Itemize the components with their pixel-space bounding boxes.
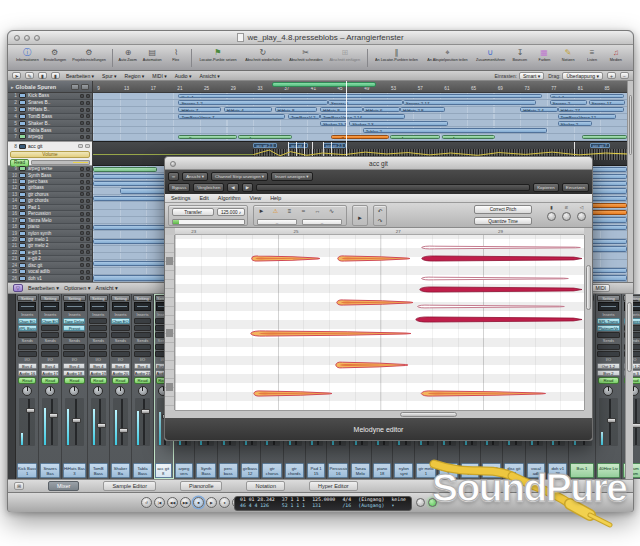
mute-button[interactable] <box>78 144 83 148</box>
note-blob-filled[interactable] <box>420 254 584 263</box>
global-tracks-header[interactable]: ▸Globale Spuren <box>8 81 92 93</box>
pencil-icon[interactable]: ✎ <box>25 72 34 79</box>
cycle-region[interactable] <box>272 82 376 87</box>
region-tombassv-2[interactable]: TomBassV 2 <box>288 114 320 119</box>
solo-button[interactable] <box>86 192 90 196</box>
midi-out-icon[interactable]: ▮ <box>51 72 60 79</box>
fader-cap[interactable] <box>607 418 616 423</box>
insert-slot-presst[interactable]: Presst <box>63 325 85 331</box>
global-tracks-button[interactable] <box>81 84 89 90</box>
eq-thumbnail[interactable] <box>134 302 151 311</box>
solo-button[interactable] <box>85 144 90 148</box>
note-blob-orange[interactable] <box>251 254 321 263</box>
prev-preset-icon[interactable]: ◀ <box>227 183 238 192</box>
toolbar-informationen[interactable]: ⓘInformationen <box>13 46 41 70</box>
insert-slot[interactable] <box>89 325 107 331</box>
solo-button[interactable] <box>86 94 90 98</box>
region-hihats-2-4[interactable]: HiHats 2.4 <box>520 107 557 112</box>
metronome-button[interactable] <box>416 498 425 507</box>
tab-notation[interactable]: Notation <box>246 481 285 491</box>
eq-thumbnail[interactable] <box>598 302 619 311</box>
region-tombassverse-7[interactable]: TomBassVerse 7 <box>178 114 285 119</box>
input-slot[interactable]: Audio 18 <box>63 370 85 376</box>
read-button[interactable]: Read <box>90 377 107 384</box>
toolbar-abschnitt-wiederholen[interactable]: ↻Abschnitt wiederholen <box>241 46 286 70</box>
transport-button-0[interactable]: ↺ <box>141 497 152 508</box>
arrange-lane[interactable]: Snares 1.2Snares 6Snares 2.17Snares 2Sna… <box>93 100 627 107</box>
timing-tool[interactable]: ↔ <box>312 207 323 216</box>
close-icon[interactable] <box>14 35 20 41</box>
region-arpegg[interactable]: arpegg <box>582 135 627 140</box>
mute-button[interactable] <box>80 212 84 216</box>
pitch-snap-select[interactable]: – <box>257 219 297 225</box>
track-row-2[interactable]: 2Snares B.. <box>8 100 92 107</box>
arrange-lane[interactable]: TomBassVerse 7TomBassV 2TomBassVerse 2.1… <box>93 114 627 121</box>
fader-cap[interactable] <box>141 409 150 414</box>
output-slot[interactable]: Bus 4 <box>111 363 129 369</box>
track-row-7[interactable]: 7arpegg <box>8 134 92 141</box>
mute-button[interactable] <box>80 173 84 177</box>
arrange-lane[interactable]: arp 8arp 4arp 7arp 4arp 4arpegg <box>93 134 627 141</box>
region-hihats-8[interactable]: HiHats 8 <box>320 107 363 112</box>
region-tablas-2[interactable]: Tablas 2 <box>363 128 547 133</box>
channel-setting-button[interactable]: Setting <box>63 295 86 301</box>
next-preset-icon[interactable]: ▶ <box>242 183 253 192</box>
midi-in-icon[interactable]: ▮ <box>38 72 47 79</box>
track-row-4[interactable]: 4TomB Bass <box>8 114 92 121</box>
region-hihats-2-8[interactable]: HiHats 2.8 <box>400 107 445 112</box>
input-slot[interactable]: Audio 17 <box>41 370 59 376</box>
plugin-insert-anzeigen[interactable]: Insert anzeigen ▾ <box>271 172 312 181</box>
mute-button[interactable] <box>80 121 84 125</box>
plugin-einsetzen[interactable]: Einsetzen <box>562 183 589 192</box>
channel-strip-40hire-liv[interactable]: SettingInsertsSPL TransiPlatinumVeSendsI… <box>596 294 622 479</box>
volume-slider[interactable] <box>31 160 90 165</box>
mute-button[interactable] <box>80 108 84 112</box>
toolbar-an-abspielposition-teilen[interactable]: ⌖An Abspielposition teilen <box>423 46 472 70</box>
output-slot[interactable]: Bus 4 <box>41 363 59 369</box>
melodyne-titlebar[interactable]: acc git <box>165 157 592 170</box>
tab-mixer[interactable]: Mixer <box>48 481 79 491</box>
selected-track-panel[interactable]: 8acc gitVolumeRead <box>8 141 92 166</box>
plugin-vergleichen[interactable]: Vergleichen <box>193 183 224 192</box>
mute-button[interactable] <box>80 199 84 203</box>
solo-button[interactable] <box>86 205 90 209</box>
toolbar-an-locator-punkten-teilen[interactable]: ∥An Locator-Punkten teilen <box>370 46 422 70</box>
send-slot[interactable] <box>597 344 619 350</box>
quantize-time-button[interactable]: Quantize Time <box>474 217 532 226</box>
insert-slot-chan-eq[interactable]: Chan EQ <box>18 318 37 324</box>
transport-button-3[interactable]: ▶▶ <box>180 497 191 508</box>
mute-button[interactable] <box>80 263 84 267</box>
solo-button[interactable] <box>86 218 90 222</box>
plugin-link-button[interactable]: ∞ <box>168 172 179 181</box>
tempo-display[interactable]: 125.000 ♪ <box>217 208 245 216</box>
mute-button[interactable] <box>80 180 84 184</box>
tab-pianorolle[interactable]: Pianorolle <box>180 481 222 491</box>
snap-knob[interactable]: ≋ <box>562 205 571 221</box>
undo-icon[interactable]: ↶ <box>374 206 386 216</box>
cursor-icon[interactable]: ➤ <box>12 72 21 79</box>
menu-midi[interactable]: MIDI ▾ <box>150 73 168 79</box>
note-blob-orange[interactable] <box>337 254 411 263</box>
read-button[interactable]: Read <box>64 377 85 384</box>
mute-button[interactable] <box>80 186 84 190</box>
mixer-scrollbar[interactable] <box>625 294 633 479</box>
track-row-26[interactable]: 26doh v1 <box>8 275 92 281</box>
insert-slot[interactable] <box>134 318 152 324</box>
input-slot[interactable]: Audio 16 <box>18 370 37 376</box>
fader-track[interactable] <box>135 398 150 446</box>
channel-setting-button[interactable]: Setting <box>133 295 152 301</box>
preset-select[interactable] <box>256 184 530 191</box>
channel-setting-button[interactable]: Setting <box>597 295 620 301</box>
note-blob-filled[interactable] <box>418 285 584 294</box>
channel-setting-button[interactable]: Setting <box>17 295 37 301</box>
fader-cap[interactable] <box>72 418 81 423</box>
track-row-5[interactable]: 5Shaker B.. <box>8 120 92 127</box>
pan-knob[interactable] <box>17 385 37 397</box>
read-button[interactable]: Read <box>134 377 151 384</box>
monitor-knob[interactable]: ▮ <box>547 205 556 221</box>
send-slot[interactable] <box>89 344 107 350</box>
plugin-bypass[interactable]: Bypass <box>168 183 190 192</box>
mixer-menu-bearbeiten[interactable]: Bearbeiten ▾ <box>28 285 59 291</box>
channel-setting-button[interactable]: Setting <box>89 295 108 301</box>
toolbar-listen[interactable]: ≡Listen <box>580 46 604 70</box>
